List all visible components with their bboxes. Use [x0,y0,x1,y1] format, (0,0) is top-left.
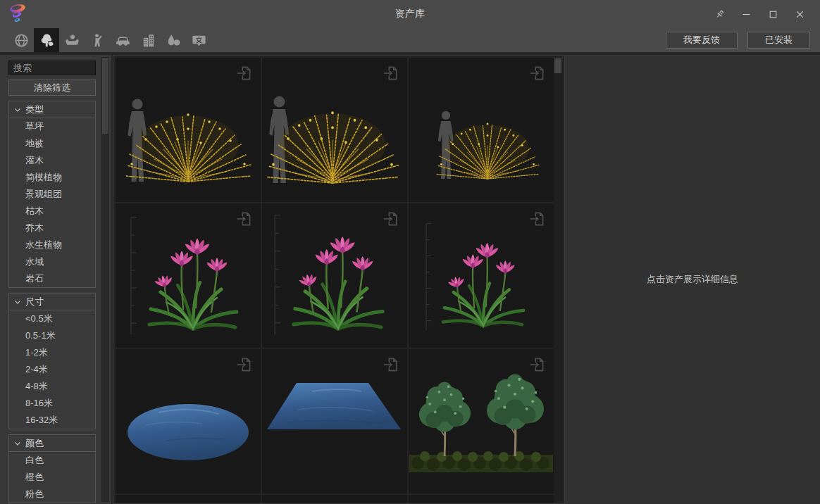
export-icon [235,355,253,374]
export-icon [381,64,399,82]
asset-card-empty[interactable] [409,495,554,504]
filter-item[interactable]: 水生植物 [9,237,95,253]
grid-scrollbar[interactable] [554,58,562,501]
sofa-icon [64,32,80,49]
export-icon [528,64,546,82]
export-asset-button[interactable] [235,355,253,374]
export-asset-button[interactable] [235,64,253,82]
main-content: 清除筛选 类型草坪地被灌木简模植物景观组团枯木乔木水生植物水域岩石尺寸<0.5米… [0,55,820,504]
export-icon [235,64,253,82]
clear-filter-button[interactable]: 清除筛选 [8,80,96,96]
text-badge-icon [191,32,207,49]
sidebar-scrollbar[interactable] [101,57,109,502]
feedback-button[interactable]: 我要反馈 [666,32,738,49]
window-controls [709,5,820,23]
asset-card-pink-curcuma-plant[interactable] [262,203,407,348]
filter-section-title: 尺寸 [25,296,44,308]
sidebar-scrollbar-thumb[interactable] [102,58,108,134]
filter-section-title: 颜色 [25,437,44,450]
filter-section-title: 类型 [25,103,44,116]
asset-card-forsythia-bush[interactable] [409,58,554,202]
tool-buildings[interactable] [135,28,161,52]
close-button[interactable] [789,5,810,23]
tool-text-assets[interactable] [186,28,211,52]
close-icon [794,8,806,20]
asset-card-water-plane[interactable] [262,349,407,493]
filter-item[interactable]: 景观组团 [9,186,95,203]
filter-section-2: 颜色白色橙色粉色 [8,434,96,503]
asset-card-forsythia-bush[interactable] [262,58,407,202]
chevron-down-icon [14,106,21,113]
filter-item[interactable]: 4-8米 [9,378,95,395]
export-asset-button[interactable] [528,64,546,82]
filter-item[interactable]: 灌木 [9,152,95,169]
asset-grid-panel [113,55,565,504]
asset-card-tree-group-hedge[interactable] [409,349,554,493]
export-asset-button[interactable] [381,64,399,82]
export-asset-button[interactable] [528,210,546,228]
tool-plants[interactable] [34,28,59,52]
globe-icon [13,32,30,49]
search-input[interactable] [8,61,96,75]
minimize-button[interactable] [735,5,757,23]
tool-terrain-globe[interactable] [8,28,34,52]
minimize-icon [740,8,752,20]
tool-people[interactable] [85,28,110,52]
filter-item[interactable]: 乔木 [9,220,95,237]
filter-item[interactable]: 地被 [9,135,95,152]
tool-props[interactable] [161,28,186,52]
pin-icon [714,8,726,20]
filter-section-1: 尺寸<0.5米0.5-1米1-2米2-4米4-8米8-16米16-32米 [8,293,96,429]
person-icon [89,32,106,49]
detail-placeholder-text: 点击资产展示详细信息 [647,273,738,286]
filter-item[interactable]: 0.5-1米 [9,327,95,344]
asset-card-empty[interactable] [116,495,261,504]
export-icon [528,355,546,374]
building-icon [140,32,156,49]
export-asset-button[interactable] [381,355,399,374]
filter-item[interactable]: 简模植物 [9,169,95,186]
filter-item[interactable]: <0.5米 [9,310,95,327]
car-icon [115,32,131,49]
filter-item[interactable]: 橙色 [9,469,95,486]
maximize-button[interactable] [762,5,783,23]
export-asset-button[interactable] [235,210,253,228]
filter-item[interactable]: 16-32米 [9,412,95,429]
filter-item[interactable]: 水域 [9,253,95,270]
tool-vehicles[interactable] [110,28,135,52]
export-asset-button[interactable] [381,210,399,228]
asset-card-empty[interactable] [262,495,407,504]
pin-button[interactable] [709,5,730,23]
filter-item[interactable]: 枯木 [9,203,95,220]
filter-section-header[interactable]: 尺寸 [9,294,95,310]
filter-item[interactable]: 草坪 [9,118,95,135]
filter-item[interactable]: 白色 [9,452,95,469]
grid-scrollbar-thumb[interactable] [554,58,561,73]
window-title: 资产库 [395,8,425,20]
export-asset-button[interactable] [528,355,546,374]
asset-card-pink-curcuma-plant[interactable] [116,203,261,348]
filter-item[interactable]: 岩石 [9,270,95,287]
filter-item[interactable]: 1-2米 [9,344,95,361]
app-logo-icon [8,3,28,25]
export-icon [235,210,253,228]
asset-card-water-ellipse[interactable] [116,349,261,493]
filter-section-header[interactable]: 颜色 [9,435,95,452]
asset-card-forsythia-bush[interactable] [116,58,261,202]
filter-item[interactable]: 2-4米 [9,361,95,378]
export-icon [381,210,399,228]
filter-item[interactable]: 8-16米 [9,395,95,412]
category-toolbar: 我要反馈 已安装 [0,28,820,52]
filter-sidebar: 清除筛选 类型草坪地被灌木简模植物景观组团枯木乔木水生植物水域岩石尺寸<0.5米… [0,55,113,504]
asset-detail-panel: 点击资产展示详细信息 [565,55,820,504]
shapes-icon [166,32,182,49]
asset-card-pink-curcuma-plant[interactable] [409,203,554,348]
filter-section-0: 类型草坪地被灌木简模植物景观组团枯木乔木水生植物水域岩石 [8,101,96,288]
export-icon [528,210,546,228]
filter-item[interactable]: 粉色 [9,486,95,503]
chevron-down-icon [14,440,21,447]
filter-section-header[interactable]: 类型 [9,101,95,118]
titlebar: 资产库 [0,0,820,28]
installed-button[interactable]: 已安装 [747,32,810,49]
tool-furniture[interactable] [59,28,85,52]
